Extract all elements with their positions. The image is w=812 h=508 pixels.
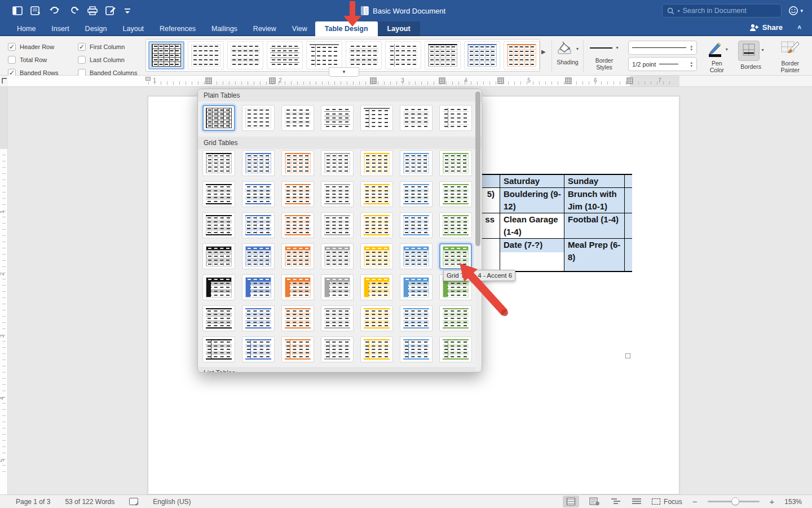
word-count[interactable]: 53 of 122 Words xyxy=(65,498,114,506)
collapse-ribbon-button[interactable]: ∧ xyxy=(797,24,802,30)
style-plain-table-2[interactable] xyxy=(281,105,314,131)
line-style-select[interactable]: ▲▼ xyxy=(628,41,697,55)
zoom-slider[interactable] xyxy=(708,501,760,502)
strip-style-plain-table-3[interactable] xyxy=(267,41,303,69)
style-grid-table-5-dark-light-blue[interactable] xyxy=(400,274,433,300)
style-plain-table-4[interactable] xyxy=(360,105,393,131)
share-button[interactable]: Share xyxy=(749,23,783,32)
print-layout-view-button[interactable] xyxy=(563,496,579,507)
tab-layout[interactable]: Layout xyxy=(378,21,420,36)
style-grid-table-2-green[interactable] xyxy=(439,181,472,207)
style-grid-table-3-blue[interactable] xyxy=(242,212,275,238)
tab-layout[interactable]: Layout xyxy=(115,21,152,36)
style-grid-table-5-dark-gold[interactable] xyxy=(360,274,393,300)
zoom-slider-knob[interactable] xyxy=(731,497,739,505)
checkbox-icon[interactable]: ✓ xyxy=(8,43,16,51)
outline-view-button[interactable] xyxy=(610,497,621,506)
style-grid-table-4-gray[interactable] xyxy=(321,243,354,269)
strip-style-grid1-blue[interactable] xyxy=(464,41,500,69)
indent-marker[interactable] xyxy=(145,77,151,81)
style-grid-table-7-colorful-green[interactable] xyxy=(439,336,472,362)
tab-mailings[interactable]: Mailings xyxy=(204,21,245,36)
style-grid-table-2-blue[interactable] xyxy=(242,181,275,207)
tab-references[interactable]: References xyxy=(152,21,204,36)
web-layout-view-button[interactable] xyxy=(589,497,600,506)
tab-review[interactable]: Review xyxy=(245,21,284,36)
undo-icon[interactable] xyxy=(49,6,63,15)
strip-style-plain-table-6[interactable] xyxy=(385,41,421,69)
table-cell-partial[interactable] xyxy=(624,175,632,188)
option-first-column[interactable]: ✓First Column xyxy=(78,42,140,52)
table-column-marker[interactable] xyxy=(205,77,212,84)
strip-style-plain-table-1[interactable] xyxy=(188,41,224,69)
style-grid-table-1-light-gold[interactable] xyxy=(360,150,393,176)
style-grid-table-6-colorful-dark[interactable] xyxy=(202,305,235,331)
option-total-row[interactable]: Total Row xyxy=(8,55,70,65)
style-grid-table-5-dark-blue[interactable] xyxy=(242,274,275,300)
page-count[interactable]: Page 1 of 3 xyxy=(16,498,50,506)
table-column-marker[interactable] xyxy=(269,77,276,84)
strip-style-plain-table-4[interactable] xyxy=(306,41,342,69)
style-grid-table-7-colorful-blue[interactable] xyxy=(242,336,275,362)
strip-style-plain-table-2[interactable] xyxy=(227,41,263,69)
tab-stop-selector[interactable] xyxy=(2,78,7,84)
table-cell-partial[interactable] xyxy=(624,213,632,239)
style-grid-table-7-colorful-gray[interactable] xyxy=(321,336,354,362)
style-grid-table-6-colorful-gray[interactable] xyxy=(321,305,354,331)
style-grid-table-3-gray[interactable] xyxy=(321,212,354,238)
style-grid-table-6-colorful-gold[interactable] xyxy=(360,305,393,331)
style-grid-table-4-orange[interactable] xyxy=(281,243,314,269)
style-grid-table-1-light-light-blue[interactable] xyxy=(400,150,433,176)
style-grid-table-6-colorful-light-blue[interactable] xyxy=(400,305,433,331)
table-cell-partial[interactable] xyxy=(624,188,632,213)
feedback-smiley-icon[interactable]: ▾ xyxy=(788,6,803,16)
style-grid-table-1-light-dark[interactable] xyxy=(202,150,235,176)
tab-insert[interactable]: Insert xyxy=(43,21,77,36)
save-icon[interactable] xyxy=(30,6,41,15)
sidebar-icon[interactable] xyxy=(12,6,23,15)
customize-toolbar-icon[interactable] xyxy=(123,6,131,15)
table-cell[interactable]: Bouldering (9-12) xyxy=(500,188,564,213)
strip-style-table-grid[interactable] xyxy=(148,41,184,69)
checkbox-icon[interactable] xyxy=(78,56,86,64)
style-grid-table-4-blue[interactable] xyxy=(242,243,275,269)
table-column-marker[interactable] xyxy=(565,77,572,84)
option-last-column[interactable]: Last Column xyxy=(78,55,140,65)
table-cell[interactable]: Footbal (1-4) xyxy=(564,213,624,239)
focus-mode-button[interactable]: Focus xyxy=(652,498,682,506)
table-cell[interactable]: Clean Garage (1-4) xyxy=(500,213,564,239)
style-grid-table-1-light-blue[interactable] xyxy=(242,150,275,176)
table-column-marker[interactable] xyxy=(497,77,504,84)
style-grid-table-2-light-blue[interactable] xyxy=(400,181,433,207)
style-grid-table-3-dark[interactable] xyxy=(202,212,235,238)
table-column-marker[interactable] xyxy=(439,77,445,84)
style-grid-table-7-colorful-dark[interactable] xyxy=(202,336,235,362)
strip-style-grid1-dark[interactable] xyxy=(425,41,461,69)
style-grid-table-2-dark[interactable] xyxy=(202,181,235,207)
table-cell[interactable]: Brunch with Jim (10-1) xyxy=(564,188,624,213)
style-plain-table-6[interactable] xyxy=(439,105,472,131)
style-grid-table-7-colorful-orange[interactable] xyxy=(281,336,314,362)
table-cell[interactable]: Meal Prep (6-8) xyxy=(564,239,624,271)
style-grid-table-3-orange[interactable] xyxy=(281,212,314,238)
style-grid-table-7-colorful-light-blue[interactable] xyxy=(400,336,433,362)
style-grid-table-1-light-orange[interactable] xyxy=(281,150,314,176)
style-grid-table-5-dark-dark[interactable] xyxy=(202,274,235,300)
tab-design[interactable]: Design xyxy=(77,21,115,36)
checkbox-icon[interactable] xyxy=(8,56,16,64)
redo-icon[interactable] xyxy=(70,6,80,15)
style-grid-table-1-light-green[interactable] xyxy=(439,150,472,176)
table-cell-partial[interactable] xyxy=(624,239,632,271)
style-grid-table-6-colorful-blue[interactable] xyxy=(242,305,275,331)
border-painter-button[interactable]: Border Painter xyxy=(769,36,812,76)
option-header-row[interactable]: ✓Header Row xyxy=(8,42,70,52)
line-weight-select[interactable]: 1/2 point▲▼ xyxy=(628,57,697,71)
table-header-cell[interactable]: Sunday xyxy=(564,175,624,188)
print-icon[interactable] xyxy=(87,6,98,15)
border-styles-button[interactable]: ▾ Border Styles xyxy=(584,36,625,76)
zoom-level[interactable]: 153% xyxy=(784,498,802,506)
borders-button[interactable]: ▾ Borders xyxy=(734,36,769,76)
table-header-cell[interactable]: Saturday xyxy=(500,175,564,188)
style-grid-table-2-gray[interactable] xyxy=(321,181,354,207)
checkbox-icon[interactable]: ✓ xyxy=(78,43,86,51)
